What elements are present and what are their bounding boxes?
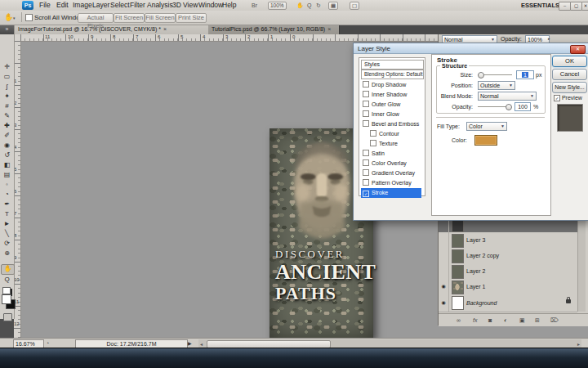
layer-mask-icon[interactable]: ◙ [488, 316, 492, 325]
layer-thumbnail[interactable] [452, 280, 464, 294]
style-item-texture[interactable]: Texture [361, 139, 421, 149]
tool-quick-selection-icon[interactable]: ✦ [1, 92, 13, 101]
tab-imagefortutorial[interactable]: ImageForTutorial.psd @ 16.7% (DISCOVER, … [15, 25, 215, 34]
appbar-zoom-level[interactable]: 100% [268, 2, 287, 10]
checkbox[interactable] [370, 130, 376, 137]
checkbox[interactable] [363, 110, 369, 117]
slider-thumb[interactable] [478, 72, 484, 79]
layer-thumbnail[interactable] [452, 249, 464, 263]
style-item-inner-shadow[interactable]: Inner Shadow [361, 90, 421, 100]
tool-preset-arrow-icon[interactable]: ▾ [13, 16, 16, 20]
minimize-button[interactable]: – [559, 2, 571, 11]
blending-options-item[interactable]: Blending Options: Default [361, 70, 424, 79]
layer-style-fx-icon[interactable]: fx [473, 316, 477, 325]
menu-help[interactable]: Help [222, 0, 236, 11]
delete-layer-icon[interactable]: ⌦ [550, 316, 559, 325]
layer-thumbnail[interactable] [452, 296, 464, 310]
menu-layer[interactable]: Layer [92, 0, 109, 11]
menu-file[interactable]: File [39, 0, 51, 11]
visibility-toggle[interactable] [439, 248, 449, 263]
tool-zoom-icon[interactable]: Q [1, 275, 13, 285]
checkbox[interactable] [363, 169, 369, 176]
tool-eraser-icon[interactable]: ◧ [1, 160, 13, 170]
new-style-button[interactable]: New Style... [552, 82, 587, 93]
tool-lasso-icon[interactable]: ʃ [1, 82, 13, 92]
tool-3d-rotate-icon[interactable]: ⟳ [1, 239, 13, 249]
tool-history-brush-icon[interactable]: ↺ [1, 150, 13, 160]
layer-row[interactable]: ◉ Layer 1 [439, 279, 577, 295]
quick-mask-icon[interactable] [3, 313, 12, 321]
adjustment-layer-icon[interactable]: ◐ [504, 316, 507, 325]
fill-screen-button[interactable]: Fill Screen [145, 13, 176, 23]
zoom-tool-shortcut-icon[interactable]: Q [307, 2, 311, 9]
rotate-view-icon[interactable]: ↻ [316, 2, 321, 9]
collapse-tools-icon[interactable]: » [0, 25, 14, 34]
menu-view[interactable]: View [183, 0, 198, 11]
styles-header-item[interactable]: Styles [361, 60, 424, 70]
scroll-right-icon[interactable]: ▸ [577, 341, 580, 348]
style-item-drop-shadow[interactable]: Drop Shadow [361, 80, 421, 90]
link-layers-icon[interactable]: ∞ [457, 316, 461, 325]
restore-button[interactable]: ▢ [570, 2, 582, 11]
scroll-all-windows-checkbox[interactable] [25, 14, 33, 21]
tool-clone-stamp-icon[interactable]: ◉ [1, 141, 13, 150]
actual-pixels-button[interactable]: Actual Pixels [78, 13, 114, 23]
new-layer-icon[interactable]: ⊞ [535, 316, 540, 325]
tool-path-selection-icon[interactable]: ► [1, 219, 13, 229]
tool-brush-icon[interactable]: ✐ [1, 131, 13, 141]
print-size-button[interactable]: Print Size [176, 13, 207, 23]
checkbox[interactable] [363, 150, 369, 156]
visibility-toggle[interactable] [439, 232, 449, 248]
menu-filter[interactable]: Filter [130, 0, 145, 11]
opacity-arrow-icon[interactable]: ▸ [548, 36, 550, 41]
slider-thumb[interactable] [506, 104, 512, 110]
tool-eyedropper-icon[interactable]: ✎ [1, 111, 13, 121]
menu-edit[interactable]: Edit [56, 0, 69, 11]
opacity-slider[interactable] [478, 106, 510, 107]
close-button[interactable]: ✕ [581, 2, 588, 11]
arrange-documents-icon[interactable]: ▦ [328, 2, 338, 10]
tool-line-icon[interactable]: ╲ [1, 229, 13, 239]
layer-row-background[interactable]: ◉ Background [439, 294, 577, 312]
checkbox[interactable] [363, 159, 369, 166]
tool-move-icon[interactable]: ✛ [1, 62, 13, 72]
style-item-contour[interactable]: Contour [361, 129, 421, 139]
cancel-button[interactable]: Cancel [552, 69, 587, 80]
layer-thumbnail[interactable] [452, 234, 464, 248]
bridge-icon[interactable]: Br [252, 2, 257, 9]
tool-3d-orbit-icon[interactable]: ⊕ [1, 249, 13, 258]
layer-thumbnail[interactable] [452, 265, 464, 279]
size-slider[interactable] [478, 74, 512, 75]
tab-tutorialpics[interactable]: TutorialPics.psd @ 66.7% (Layer 10, RGB/… [208, 25, 340, 34]
layer-row[interactable]: Layer 2 copy [439, 248, 577, 264]
tool-pen-icon[interactable]: ✒ [1, 200, 13, 209]
layer-row[interactable]: Layer 3 [439, 232, 577, 249]
menu-select[interactable]: Select [110, 0, 130, 11]
new-group-icon[interactable]: ▣ [519, 316, 525, 325]
style-item-bevel-emboss[interactable]: Bevel and Emboss [361, 119, 421, 129]
foreground-color-swatch[interactable] [2, 294, 11, 304]
tab-close-icon[interactable]: × [163, 26, 167, 32]
tool-blur-icon[interactable]: ◦ [1, 180, 13, 190]
tab-close-icon[interactable]: × [327, 26, 331, 32]
scroll-left-icon[interactable]: ◂ [200, 341, 203, 348]
visibility-toggle[interactable]: ◉ [439, 294, 449, 312]
layer-row[interactable]: Layer 2 [439, 263, 577, 280]
fit-screen-button[interactable]: Fit Screen [114, 13, 145, 23]
size-field[interactable]: 1 [516, 70, 534, 79]
style-item-pattern-overlay[interactable]: Pattern Overlay [361, 178, 421, 188]
fill-type-select[interactable]: Color▼ [466, 122, 507, 131]
status-proxy-menu-icon[interactable]: ▶ [188, 340, 192, 346]
opacity-field[interactable]: 100 [514, 102, 531, 111]
ok-button[interactable]: OK [552, 56, 587, 67]
menu-window[interactable]: Window [198, 0, 223, 11]
default-colors-icon[interactable] [2, 287, 11, 294]
style-item-color-overlay[interactable]: Color Overlay [361, 159, 421, 168]
style-item-inner-glow[interactable]: Inner Glow [361, 110, 421, 119]
tool-crop-icon[interactable]: # [1, 101, 13, 111]
tool-dodge-icon[interactable]: ◔ [1, 190, 13, 200]
checkbox[interactable] [363, 120, 369, 127]
style-item-satin[interactable]: Satin [361, 149, 421, 159]
dialog-close-icon[interactable]: ✕ [570, 45, 586, 54]
checkbox[interactable] [363, 179, 369, 186]
